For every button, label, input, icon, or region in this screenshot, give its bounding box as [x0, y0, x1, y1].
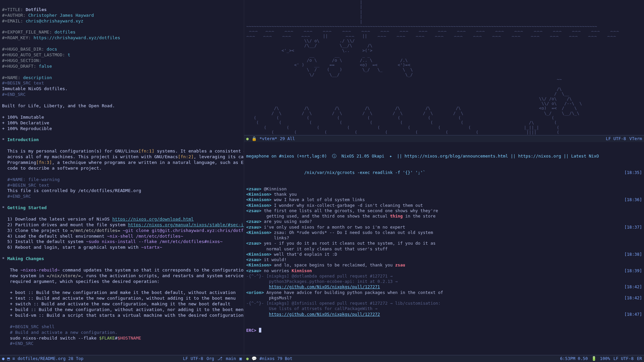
timestamp: [18:42] [622, 295, 642, 301]
intro-line-1a: This is my personal configuration(s) for… [7, 148, 139, 154]
irc-message-row: <Kinnison> zsau: Oh *rude words* -- Do I… [246, 230, 642, 235]
name-desc-value: description [23, 75, 52, 80]
irc-message: are you using sudo? [264, 219, 312, 224]
timestamp [622, 290, 642, 295]
irc-buffer-name[interactable]: #nixos [260, 356, 275, 361]
gs-install-cmd: ~sudo nixos-install --flake /mnt/etc/dot… [86, 239, 222, 244]
irc-nick[interactable]: -{^-^}- [246, 301, 266, 306]
irc-message-row: getting used, and the third one shows th… [246, 214, 642, 219]
modeline-filename[interactable]: dotfiles/README.org [18, 356, 66, 361]
irc-message: wow I have a lot of old system links [274, 197, 365, 202]
irc-message-row: python3Packages.python-ecobee-api: init … [246, 279, 642, 284]
irc-message-row: <zsau> i've only used nixos for a month … [246, 225, 642, 230]
irc-topic-1: megaphone on #nixos (+nrt,lag:0) ⓘ NixOS… [246, 154, 599, 159]
gs-step-2: 2) Partition drives and mount the file s… [7, 222, 128, 227]
irc-nick[interactable]: <Kinnison> [246, 262, 274, 267]
heading-making-changes[interactable]: Making Changes [7, 256, 44, 261]
export-keyword: #+EXPORT_FILE_NAME: [2, 29, 52, 35]
irc-window[interactable]: megaphone on #nixos (+nrt,lag:0) ⓘ NixOS… [244, 142, 644, 355]
irc-nick[interactable]: <Kinnison> [246, 252, 274, 257]
roamkey-keyword: #+ROAM_KEY: [2, 35, 31, 40]
timestamp [622, 214, 642, 219]
end-src-3: #+END_SRC [10, 341, 33, 346]
irc-nick[interactable]: <zsau> [246, 257, 264, 262]
mc-store-path: =/nix/store/= [47, 273, 81, 278]
irc-nick[interactable]: <zsau> [246, 241, 264, 246]
irc-nick[interactable]: <zsau> [246, 268, 264, 273]
feature-1: + 100% Immutable [2, 115, 44, 120]
vterm-window[interactable]: | | | | | ~~~~~~~~~~ [244, 0, 644, 135]
branch-name[interactable]: main [226, 356, 236, 361]
file-icon: ≡ [12, 356, 15, 361]
intro-line-3b: , a technique where programs are written… [52, 160, 244, 165]
irc-message-row: <Kinnison> thank you [246, 192, 642, 197]
gs-startx-cmd: ~startx~ [141, 245, 162, 250]
org-editor[interactable]: #+TITLE: Dotfiles #+AUTHOR: Christopher … [0, 0, 244, 355]
partition-link[interactable]: https://nixos.org/manual/nixos/stable/#s… [128, 222, 244, 227]
mc-p2b: , runs the activation scripts, and resta… [81, 273, 244, 278]
hostname-var: $HOSTNAME [117, 336, 141, 341]
description-text: Immutable NixOS dotfiles. [2, 86, 68, 91]
timestamp [622, 246, 642, 252]
irc-message: Anyone have advice for building python p… [266, 290, 443, 295]
irc-message-row: <zsau> no worries Kinnison[18:39] [246, 268, 642, 274]
gs-step-3: 3) Clone the project to [7, 228, 70, 233]
timestamp [622, 186, 642, 192]
irc-nick[interactable]: <zsau> [246, 219, 264, 224]
gs-step-1: 1) Download the latest version of NixOS [7, 217, 112, 222]
name-warn-keyword: #+NAME: file-warning [7, 177, 60, 182]
irc-message-row: <orion> Anyone have advice for building … [246, 290, 642, 295]
timestamp: [18:47] [622, 312, 642, 317]
gs-step-6: 6) Reboot and login, start a graphical s… [7, 245, 141, 250]
editor-pane: #+TITLE: Dotfiles #+AUTHOR: Christopher … [0, 0, 244, 362]
footnote-2[interactable]: [fn:2] [178, 154, 194, 159]
irc-nick[interactable]: <zsau> [246, 208, 264, 213]
save-icon[interactable]: ⬒ [7, 356, 10, 361]
irc-nick[interactable]: <Kinnison> [246, 203, 274, 208]
timestamp [622, 203, 642, 208]
irc-mode[interactable]: ER [637, 356, 642, 361]
irc-nick[interactable]: <Kinnison> [246, 192, 274, 197]
irc-message: and lo, space begins to be reclaimed, th… [274, 262, 405, 267]
irc-url[interactable]: https://github.com/NixOS/nixpkgs/pull/12… [269, 284, 380, 289]
irc-nick[interactable]: <orion> [246, 290, 266, 295]
irc-nick[interactable]: <Kinnison> [246, 197, 274, 202]
irc-nick[interactable]: <zsau> [246, 186, 264, 191]
title-value: Dotfiles [25, 7, 47, 12]
erc-input-cursor[interactable] [259, 328, 261, 333]
irc-message-row: <zsau> @Kinnison [246, 186, 642, 192]
footnote-1[interactable]: [fn:1] [139, 148, 154, 154]
author-keyword: #+AUTHOR: [2, 13, 25, 18]
heading-introduction[interactable]: Introduction [7, 137, 39, 142]
timestamp [622, 306, 642, 311]
irc-message-row: https://github.com/NixOS/nixpkgs/pull/12… [246, 312, 642, 317]
gs-shell-cmd: ~nix-shell /mnt/etc/dotfiles~ [107, 234, 183, 239]
irc-url[interactable]: https://github.com/NixOS/nixpkgs/pull/12… [269, 312, 380, 317]
mc-item-build-vm: + build-vm :: Build a script that starts… [10, 313, 244, 318]
irc-nick[interactable]: <Kinnison> [246, 230, 274, 235]
hugo-draft-keyword: #+HUGO_DRAFT: [2, 64, 36, 69]
footnote-3[interactable]: [fn:3] [36, 160, 52, 165]
mc-item-build: + build :: Build the new configuration, … [10, 307, 244, 312]
hugo-base-keyword: #+HUGO_BASE_DIR: [2, 47, 44, 52]
irc-nick[interactable]: -{^-^}- [246, 274, 266, 279]
vterm-buffer-name[interactable]: *vterm* [260, 136, 277, 141]
timestamp [622, 219, 642, 224]
download-link[interactable]: https://nixos.org/download.html [112, 217, 194, 222]
begin-src-shell: #+BEGIN_SRC shell [10, 324, 54, 329]
irc-message-row: <zsau> yes - if you do it as root it cle… [246, 241, 642, 246]
heading-getting-started[interactable]: Getting Started [7, 205, 47, 210]
file-warning-text: This file is controlled by /etc/dotfiles… [7, 188, 141, 193]
end-src: #+END_SRC [2, 92, 25, 97]
irc-nick[interactable]: <zsau> [246, 225, 264, 230]
irc-message: python3Packages.python-ecobee-api: init … [246, 279, 398, 284]
vterm-mode[interactable]: VTerm [629, 136, 642, 141]
modeline-mode[interactable]: Org [207, 356, 214, 361]
email-keyword: #+EMAIL: [2, 18, 23, 23]
timestamp: [18:39] [622, 268, 642, 274]
mc-item-boot: + boot :: Build the new configuration an… [10, 290, 235, 295]
window-icon[interactable]: ▣ [239, 356, 242, 361]
irc-message: normal user it only cleans out that user… [246, 246, 387, 251]
mc-item-test: + test :: Build and activate the new con… [10, 296, 235, 301]
irc-message: well that'd explain it :D [274, 252, 337, 257]
